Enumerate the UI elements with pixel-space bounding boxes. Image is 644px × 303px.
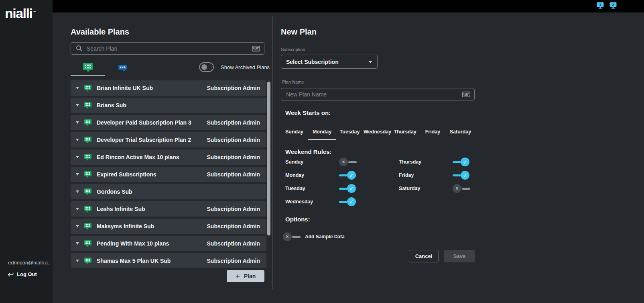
day-tab-monday[interactable]: Monday: [308, 127, 336, 140]
nialli-logo: nialli™: [5, 6, 36, 21]
plan-row-developer-trial-subscription-plan-2[interactable]: Developer Trial Subscription Plan 2 Subs…: [71, 132, 266, 147]
weekend-toggle-wednesday[interactable]: ✓: [339, 197, 357, 207]
plan-role-badge: Subscription Admin: [207, 154, 260, 160]
plan-name-label: Plan Name: [282, 80, 304, 84]
trademark-mark: ™: [32, 10, 36, 14]
expand-caret-icon[interactable]: [76, 173, 79, 176]
tab-chat-plans[interactable]: [105, 60, 140, 76]
weekend-rule-row-friday: Friday✓: [399, 170, 470, 180]
screen-2-icon[interactable]: 2: [609, 2, 617, 9]
expand-caret-icon[interactable]: [76, 190, 79, 193]
plan-row-gordons-sub[interactable]: Gordons Sub: [71, 184, 266, 199]
weekend-toggle-tuesday[interactable]: ✓: [339, 184, 357, 193]
weekend-day-label: Sunday: [285, 159, 339, 165]
expand-caret-icon[interactable]: [76, 260, 79, 262]
weekend-toggle-friday[interactable]: ✓: [453, 170, 470, 180]
weekend-toggle-saturday[interactable]: ×: [453, 184, 470, 193]
plan-name: Shamas Max 5 Plan UK Sub: [97, 258, 207, 264]
plan-row-brian-infinite-uk-sub[interactable]: Brian Infinite UK Sub Subscription Admin: [71, 80, 266, 96]
expand-caret-icon[interactable]: [76, 225, 79, 227]
plan-row-developer-paid-subscription-plan-3[interactable]: Developer Paid Subscription Plan 3 Subsc…: [71, 115, 266, 130]
subscription-label: Subscription: [281, 47, 305, 52]
plan-row-maksyms-infinite-sub[interactable]: Maksyms Infinite Sub Subscription Admin: [71, 219, 266, 234]
day-tab-wednesday[interactable]: Wednesday: [364, 127, 391, 140]
weekend-day-label: Thursday: [399, 159, 453, 165]
day-tab-thursday[interactable]: Thursday: [391, 127, 419, 140]
expand-caret-icon[interactable]: [76, 242, 79, 245]
weekend-rule-row-thursday: Thursday✓: [399, 157, 470, 167]
show-archived-toggle[interactable]: [199, 62, 214, 72]
check-icon: ✓: [347, 197, 356, 206]
plan-bubble-icon: [84, 119, 92, 127]
day-tab-friday[interactable]: Friday: [419, 127, 447, 140]
cancel-button[interactable]: Cancel: [409, 250, 439, 262]
tab-grid-plans[interactable]: [71, 60, 105, 76]
save-button[interactable]: Save: [444, 250, 475, 262]
plan-name-input[interactable]: [286, 91, 459, 98]
plan-name-box: [281, 88, 475, 100]
week-start-day-tabs: SundayMondayTuesdayWednesdayThursdayFrid…: [280, 127, 474, 140]
svg-text:2: 2: [612, 2, 614, 7]
search-plan-box: [71, 42, 264, 55]
weekend-rule-row-monday: Monday✓: [285, 170, 357, 180]
plan-bubble-icon: [84, 170, 92, 178]
plan-name: Developer Paid Subscription Plan 3: [97, 119, 207, 126]
expand-caret-icon[interactable]: [76, 87, 79, 89]
expand-caret-icon[interactable]: [76, 139, 79, 141]
weekend-toggle-monday[interactable]: ✓: [339, 170, 357, 180]
day-tab-tuesday[interactable]: Tuesday: [336, 127, 364, 140]
available-plans-title: Available Plans: [71, 27, 129, 37]
plan-name: Gordons Sub: [97, 188, 260, 195]
plan-row-ed-rincon-active-max-10-plans[interactable]: Ed Rincon Active Max 10 plans Subscripti…: [71, 149, 266, 165]
subscription-select[interactable]: Select Subscription: [281, 55, 378, 69]
expand-caret-icon[interactable]: [76, 208, 79, 210]
expand-caret-icon[interactable]: [76, 121, 79, 124]
weekend-day-label: Saturday: [399, 186, 453, 191]
search-plan-input[interactable]: [87, 45, 249, 52]
add-sample-data-toggle[interactable]: ×: [283, 232, 301, 242]
weekend-toggle-sunday[interactable]: ×: [339, 157, 357, 167]
screen-switcher: 1 2: [597, 2, 617, 9]
plan-role-badge: Subscription Admin: [207, 171, 260, 178]
day-tab-saturday[interactable]: Saturday: [447, 127, 474, 140]
expand-caret-icon[interactable]: [76, 104, 79, 106]
day-tab-sunday[interactable]: Sunday: [280, 127, 308, 140]
plan-row-expired-subscriptions[interactable]: Expired Subscriptions Subscription Admin: [71, 167, 266, 182]
plan-role-badge: Subscription Admin: [207, 240, 260, 247]
new-plan-title: New Plan: [281, 27, 317, 37]
keyboard-icon[interactable]: [462, 92, 470, 97]
panel-divider: [272, 16, 273, 289]
plan-row-pending-with-max-10-plans[interactable]: Pending With Max 10 plans Subscription A…: [71, 236, 266, 251]
weekend-day-label: Wednesday: [285, 199, 339, 205]
weekend-col-1: Sunday×Monday✓Tuesday✓Wednesday✓: [285, 157, 357, 210]
toggle-thumb: [201, 64, 207, 70]
add-plan-label: Plan: [244, 273, 256, 279]
options-label: Options:: [285, 216, 310, 223]
add-sample-data-toggle-holder: ×: [283, 232, 301, 242]
plan-name: Brian Infinite UK Sub: [97, 85, 207, 91]
plan-row-brians-sub[interactable]: Brians Sub: [71, 98, 266, 113]
check-icon: ✓: [347, 171, 356, 180]
plan-bubble-icon: [84, 257, 92, 265]
logout-label: Log Out: [17, 271, 37, 277]
add-sample-data-row: × Add Sample Data: [283, 232, 345, 242]
expand-caret-icon[interactable]: [76, 156, 79, 158]
weekend-rule-row-tuesday: Tuesday✓: [285, 184, 357, 193]
cross-icon: ×: [283, 232, 292, 241]
logout-button[interactable]: Log Out: [7, 271, 37, 277]
add-plan-button[interactable]: + Plan: [227, 270, 264, 282]
plan-role-badge: Subscription Admin: [207, 206, 260, 212]
weekend-day-label: Monday: [285, 172, 339, 178]
plan-row-leahs-infinite-sub[interactable]: Leahs Infinite Sub Subscription Admin: [71, 201, 266, 217]
green-bubble-grid-icon: [82, 62, 93, 73]
keyboard-icon[interactable]: [252, 46, 260, 51]
plan-row-shamas-max-5-plan-uk-sub[interactable]: Shamas Max 5 Plan UK Sub Subscription Ad…: [71, 253, 266, 268]
plan-role-badge: Subscription Admin: [207, 258, 260, 264]
plan-bubble-icon: [84, 136, 92, 144]
add-sample-data-label: Add Sample Data: [305, 234, 345, 240]
plan-list-scrollbar[interactable]: [267, 82, 270, 235]
topbar: 1 2: [53, 0, 644, 12]
screen-1-icon[interactable]: 1: [597, 2, 604, 9]
svg-text:1: 1: [599, 2, 601, 7]
weekend-toggle-thursday[interactable]: ✓: [453, 157, 470, 167]
